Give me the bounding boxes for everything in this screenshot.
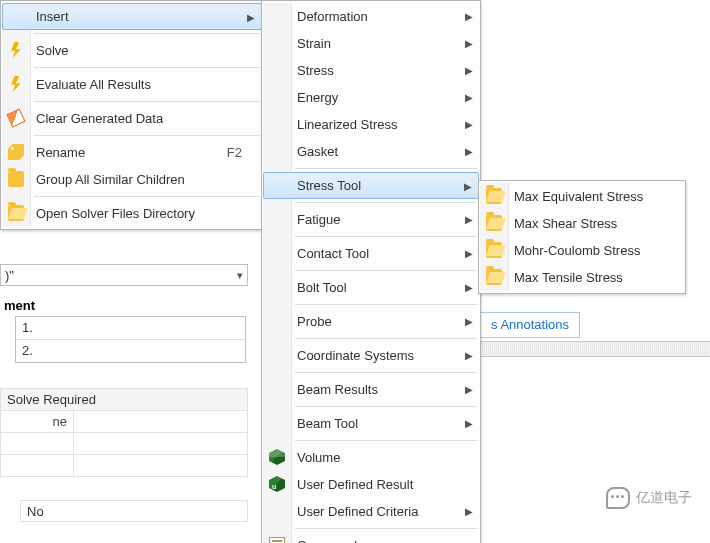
- prop-val[interactable]: [74, 411, 248, 433]
- menu-label: Open Solver Files Directory: [36, 206, 242, 221]
- menu-separator: [295, 304, 477, 305]
- filter-dropdown[interactable]: )" ▾: [0, 264, 248, 286]
- menu-item-deformation[interactable]: Deformation▶: [263, 3, 479, 30]
- menu-item-max-tensile-stress[interactable]: Max Tensile Stress: [480, 264, 684, 291]
- tag-icon: [8, 144, 24, 160]
- menu-item-beam-tool[interactable]: Beam Tool▶: [263, 410, 479, 437]
- bolt-icon: [8, 42, 24, 58]
- chat-icon: [606, 487, 630, 509]
- menu-label: Solve: [36, 43, 242, 58]
- chevron-right-icon: ▶: [465, 418, 473, 429]
- menu-label: Fatigue: [297, 212, 459, 227]
- menu-label: Max Equivalent Stress: [514, 189, 664, 204]
- commands-icon: [269, 537, 285, 543]
- menu-item-stress[interactable]: Stress▶: [263, 57, 479, 84]
- chevron-right-icon: ▶: [465, 316, 473, 327]
- menu-label: Insert: [36, 9, 242, 24]
- cube-icon: [269, 449, 285, 465]
- menu-item-volume[interactable]: Volume: [263, 444, 479, 471]
- menu-item-contact-tool[interactable]: Contact Tool▶: [263, 240, 479, 267]
- chevron-right-icon: ▶: [465, 282, 473, 293]
- menu-separator: [295, 236, 477, 237]
- menu-separator: [34, 135, 260, 136]
- menu-label: Linearized Stress: [297, 117, 459, 132]
- menu-item-rename[interactable]: Rename F2: [2, 139, 262, 166]
- solve-required-header: Solve Required: [1, 389, 248, 411]
- menu-label: Clear Generated Data: [36, 111, 242, 126]
- menu-label: Stress: [297, 63, 459, 78]
- property-table: Solve Required ne: [0, 388, 248, 477]
- menu-item-group-similar[interactable]: Group All Similar Children: [2, 166, 262, 193]
- menu-label: Mohr-Coulomb Stress: [514, 243, 664, 258]
- menu-item-strain[interactable]: Strain▶: [263, 30, 479, 57]
- menu-item-user-defined-result[interactable]: User Defined Result: [263, 471, 479, 498]
- bolt-icon: [8, 76, 24, 92]
- menu-item-linearized-stress[interactable]: Linearized Stress▶: [263, 111, 479, 138]
- menu-item-user-defined-criteria[interactable]: User Defined Criteria▶: [263, 498, 479, 525]
- menu-item-beam-results[interactable]: Beam Results▶: [263, 376, 479, 403]
- menu-label: Bolt Tool: [297, 280, 459, 295]
- prop-key: [1, 433, 74, 455]
- chevron-right-icon: ▶: [465, 146, 473, 157]
- menu-item-solve[interactable]: Solve: [2, 37, 262, 64]
- menu-label: Max Tensile Stress: [514, 270, 664, 285]
- menu-item-gasket[interactable]: Gasket▶: [263, 138, 479, 165]
- menu-label: Energy: [297, 90, 459, 105]
- chevron-right-icon: ▶: [465, 248, 473, 259]
- folder-open-icon: [486, 188, 502, 204]
- menu-separator: [34, 67, 260, 68]
- watermark: 亿道电子: [606, 487, 692, 509]
- menu-item-fatigue[interactable]: Fatigue▶: [263, 206, 479, 233]
- menu-label: Rename: [36, 145, 209, 160]
- menu-label: User Defined Criteria: [297, 504, 459, 519]
- menu-item-open-solver-dir[interactable]: Open Solver Files Directory: [2, 200, 262, 227]
- menu-item-stress-tool[interactable]: Stress Tool▶: [263, 172, 479, 199]
- prop-val[interactable]: [74, 455, 248, 477]
- menu-label: Max Shear Stress: [514, 216, 664, 231]
- mini-row[interactable]: 2.: [16, 339, 245, 362]
- menu-item-commands[interactable]: Commands: [263, 532, 479, 543]
- chevron-right-icon: ▶: [247, 12, 255, 23]
- section-header: ment: [0, 298, 248, 316]
- folder-open-icon: [486, 215, 502, 231]
- menu-item-clear-data[interactable]: Clear Generated Data: [2, 105, 262, 132]
- chevron-right-icon: ▶: [465, 214, 473, 225]
- menu-item-energy[interactable]: Energy▶: [263, 84, 479, 111]
- watermark-text: 亿道电子: [636, 489, 692, 507]
- folder-icon: [8, 171, 24, 187]
- menu-label: Coordinate Systems: [297, 348, 459, 363]
- submenu-stress-tool: Max Equivalent StressMax Shear StressMoh…: [478, 180, 686, 294]
- menu-label: Evaluate All Results: [36, 77, 242, 92]
- chevron-right-icon: ▶: [465, 506, 473, 517]
- filter-dropdown-value: )": [5, 268, 237, 283]
- menu-item-evaluate-all[interactable]: Evaluate All Results: [2, 71, 262, 98]
- chevron-right-icon: ▶: [465, 350, 473, 361]
- app-root: )" ▾ ment 1. 2. Solve Required ne No s A…: [0, 0, 710, 543]
- prop-key-ne: ne: [1, 411, 74, 433]
- menu-item-mohr-coulomb-stress[interactable]: Mohr-Coulomb Stress: [480, 237, 684, 264]
- menu-shortcut: F2: [227, 145, 242, 160]
- menu-item-probe[interactable]: Probe▶: [263, 308, 479, 335]
- menu-item-max-shear-stress[interactable]: Max Shear Stress: [480, 210, 684, 237]
- menu-label: User Defined Result: [297, 477, 459, 492]
- menu-item-coordinate-systems[interactable]: Coordinate Systems▶: [263, 342, 479, 369]
- menu-item-insert[interactable]: Insert ▶: [2, 3, 262, 30]
- mini-table: 1. 2.: [15, 316, 246, 363]
- menu-separator: [34, 33, 260, 34]
- menu-separator: [34, 101, 260, 102]
- folder-open-icon: [486, 269, 502, 285]
- menu-item-bolt-tool[interactable]: Bolt Tool▶: [263, 274, 479, 301]
- tab-annotations[interactable]: s Annotations: [480, 312, 580, 338]
- context-menu-root: Insert ▶ Solve Evaluate All Results Clea…: [0, 0, 264, 230]
- menu-item-max-equivalent-stress[interactable]: Max Equivalent Stress: [480, 183, 684, 210]
- submenu-insert: Deformation▶Strain▶Stress▶Energy▶Lineari…: [261, 0, 481, 543]
- mini-row[interactable]: 1.: [16, 317, 245, 339]
- menu-separator: [295, 270, 477, 271]
- cube-user-icon: [269, 476, 285, 492]
- chevron-right-icon: ▶: [464, 181, 472, 192]
- folder-open-icon: [486, 242, 502, 258]
- chevron-right-icon: ▶: [465, 11, 473, 22]
- menu-label: Beam Results: [297, 382, 459, 397]
- prop-val[interactable]: [74, 433, 248, 455]
- eraser-icon: [6, 108, 25, 127]
